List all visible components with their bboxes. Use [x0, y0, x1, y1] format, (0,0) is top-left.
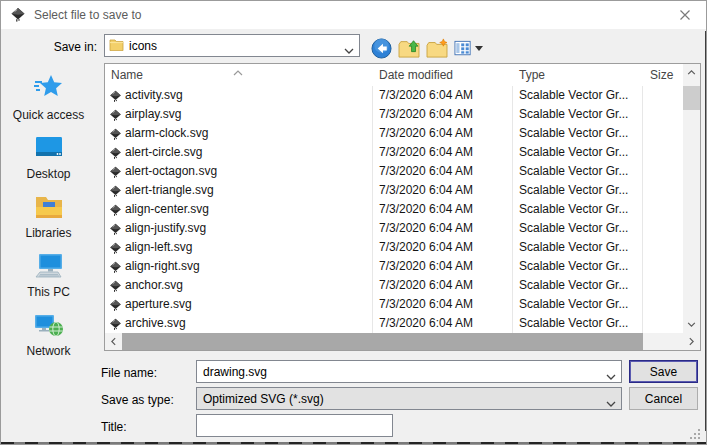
file-name: alert-triangle.svg: [125, 181, 214, 200]
file-row[interactable]: align-center.svg 7/3/2020 6:04 AM Scalab…: [105, 200, 683, 219]
sidebar-item-this-pc[interactable]: This PC: [1, 251, 96, 299]
file-row[interactable]: align-right.svg 7/3/2020 6:04 AM Scalabl…: [105, 257, 683, 276]
scroll-down-arrow[interactable]: [683, 316, 700, 333]
file-name: aperture.svg: [125, 295, 192, 314]
chevron-down-icon: [344, 43, 354, 57]
file-row[interactable]: align-justify.svg 7/3/2020 6:04 AM Scala…: [105, 219, 683, 238]
file-rows: activity.svg 7/3/2020 6:04 AM Scalable V…: [105, 86, 683, 333]
file-name: anchor.svg: [125, 276, 183, 295]
back-icon: [371, 38, 392, 59]
inkscape-file-icon: [109, 298, 122, 311]
file-date-modified: 7/3/2020 6:04 AM: [379, 238, 473, 257]
file-name: alarm-clock.svg: [125, 124, 208, 143]
sidebar-item-desktop[interactable]: Desktop: [1, 133, 96, 181]
vertical-scroll-thumb[interactable]: [683, 86, 700, 110]
horizontal-scroll-thumb[interactable]: [122, 333, 643, 350]
file-name: align-justify.svg: [125, 219, 206, 238]
title-input[interactable]: [196, 414, 393, 437]
file-name: alert-octagon.svg: [125, 162, 217, 181]
horizontal-scrollbar[interactable]: [105, 333, 700, 350]
file-date-modified: 7/3/2020 6:04 AM: [379, 257, 473, 276]
inkscape-file-icon: [109, 127, 122, 140]
file-type: Scalable Vector Gr...: [519, 143, 628, 162]
inkscape-app-icon: [10, 7, 26, 23]
file-row[interactable]: anchor.svg 7/3/2020 6:04 AM Scalable Vec…: [105, 276, 683, 295]
file-row[interactable]: archive.svg 7/3/2020 6:04 AM Scalable Ve…: [105, 314, 683, 333]
new-folder-button[interactable]: [425, 37, 449, 59]
file-type: Scalable Vector Gr...: [519, 219, 628, 238]
file-type: Scalable Vector Gr...: [519, 124, 628, 143]
file-type: Scalable Vector Gr...: [519, 86, 628, 105]
file-name-value: drawing.svg: [203, 365, 267, 379]
file-type: Scalable Vector Gr...: [519, 238, 628, 257]
file-type: Scalable Vector Gr...: [519, 162, 628, 181]
titlebar: Select file to save to: [1, 1, 706, 29]
file-row[interactable]: aperture.svg 7/3/2020 6:04 AM Scalable V…: [105, 295, 683, 314]
file-row[interactable]: airplay.svg 7/3/2020 6:04 AM Scalable Ve…: [105, 105, 683, 124]
file-row[interactable]: alert-octagon.svg 7/3/2020 6:04 AM Scala…: [105, 162, 683, 181]
file-name-combobox[interactable]: drawing.svg: [196, 360, 622, 383]
cancel-button[interactable]: Cancel: [629, 387, 698, 410]
sidebar-item-quick-access[interactable]: Quick access: [1, 72, 96, 122]
file-date-modified: 7/3/2020 6:04 AM: [379, 181, 473, 200]
close-button[interactable]: [666, 1, 704, 29]
file-date-modified: 7/3/2020 6:04 AM: [379, 105, 473, 124]
sidebar-label: Desktop: [1, 167, 96, 181]
close-icon: [679, 9, 691, 21]
file-name-label: File name:: [101, 366, 157, 380]
file-type: Scalable Vector Gr...: [519, 200, 628, 219]
save-as-type-value: Optimized SVG (*.svg): [203, 392, 324, 406]
vertical-scrollbar[interactable]: [683, 64, 700, 333]
file-name: align-left.svg: [125, 238, 192, 257]
file-date-modified: 7/3/2020 6:04 AM: [379, 276, 473, 295]
sidebar-item-network[interactable]: Network: [1, 310, 96, 358]
scroll-left-arrow[interactable]: [105, 333, 122, 350]
scroll-right-arrow[interactable]: [683, 333, 700, 350]
file-name: archive.svg: [125, 314, 186, 333]
file-list-panel: Name Date modified Type Size: [104, 63, 701, 351]
sidebar-label: Quick access: [1, 108, 96, 122]
file-row[interactable]: activity.svg 7/3/2020 6:04 AM Scalable V…: [105, 86, 683, 105]
inkscape-file-icon: [109, 222, 122, 235]
save-as-type-combobox[interactable]: Optimized SVG (*.svg): [196, 387, 622, 410]
inkscape-file-icon: [109, 203, 122, 216]
sidebar-item-libraries[interactable]: Libraries: [1, 192, 96, 240]
up-one-level-button[interactable]: [397, 37, 421, 59]
inkscape-file-icon: [109, 241, 122, 254]
this-pc-icon: [1, 251, 96, 284]
chevron-down-icon: [606, 369, 616, 383]
column-header-type[interactable]: Type: [519, 68, 545, 82]
file-row[interactable]: alert-circle.svg 7/3/2020 6:04 AM Scalab…: [105, 143, 683, 162]
file-date-modified: 7/3/2020 6:04 AM: [379, 86, 473, 105]
view-menu-button[interactable]: [451, 37, 485, 59]
sidebar-label: Network: [1, 344, 96, 358]
file-name: activity.svg: [125, 86, 183, 105]
file-row[interactable]: align-left.svg 7/3/2020 6:04 AM Scalable…: [105, 238, 683, 257]
save-button[interactable]: Save: [629, 360, 698, 383]
column-header-date-modified[interactable]: Date modified: [379, 68, 453, 82]
inkscape-file-icon: [109, 260, 122, 273]
save-in-combobox[interactable]: icons: [104, 34, 360, 57]
dropdown-caret-icon: [475, 46, 483, 51]
file-date-modified: 7/3/2020 6:04 AM: [379, 124, 473, 143]
column-header-name[interactable]: Name: [111, 68, 143, 82]
column-header-size[interactable]: Size: [650, 68, 673, 82]
inkscape-file-icon: [109, 317, 122, 330]
folder-up-icon: [398, 38, 420, 58]
back-button[interactable]: [369, 37, 393, 59]
desktop-icon: [1, 133, 96, 166]
file-row[interactable]: alarm-clock.svg 7/3/2020 6:04 AM Scalabl…: [105, 124, 683, 143]
file-row[interactable]: alert-triangle.svg 7/3/2020 6:04 AM Scal…: [105, 181, 683, 200]
resize-grip[interactable]: [690, 429, 701, 443]
file-name: align-right.svg: [125, 257, 200, 276]
save-file-dialog: Select file to save to Save in: icons: [0, 0, 707, 445]
list-header: Name Date modified Type Size: [105, 64, 700, 86]
file-date-modified: 7/3/2020 6:04 AM: [379, 295, 473, 314]
file-date-modified: 7/3/2020 6:04 AM: [379, 200, 473, 219]
inkscape-file-icon: [109, 165, 122, 178]
file-date-modified: 7/3/2020 6:04 AM: [379, 162, 473, 181]
scroll-up-arrow[interactable]: [683, 64, 700, 81]
save-in-label: Save in:: [9, 40, 97, 54]
folder-icon: [109, 38, 124, 54]
libraries-icon: [1, 192, 96, 225]
